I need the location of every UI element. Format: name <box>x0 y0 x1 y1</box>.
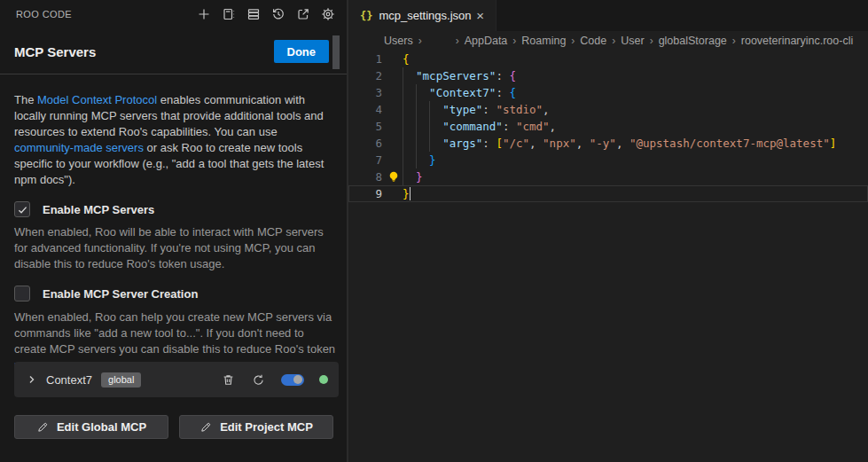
check-icon <box>17 204 28 215</box>
prompts-notebook-icon[interactable] <box>221 7 236 22</box>
done-button[interactable]: Done <box>274 40 330 63</box>
breadcrumb-separator-icon: › <box>571 35 575 47</box>
breadcrumb: Users››AppData›Roaming›Code›User›globalS… <box>348 31 868 51</box>
server-name: Context7 <box>46 373 92 387</box>
roo-code-panel: ROO CODE MCP Servers Done Th <box>0 0 347 462</box>
code-line[interactable]: 3 "Context7": { <box>348 84 868 101</box>
breadcrumb-item[interactable]: globalStorage <box>659 35 727 47</box>
breadcrumb-item[interactable]: Roaming <box>521 35 566 47</box>
status-dot <box>319 375 328 384</box>
lightbulb-icon[interactable] <box>387 170 400 184</box>
line-content: } <box>382 185 411 202</box>
panel-topbar: ROO CODE <box>0 0 347 28</box>
breadcrumb-item[interactable]: Code <box>580 35 606 47</box>
code-line[interactable]: 1{ <box>348 51 868 67</box>
line-number: 3 <box>348 84 382 101</box>
intro-segment: The <box>14 93 37 106</box>
code-line[interactable]: 2 "mcpServers": { <box>348 67 868 84</box>
breadcrumb-item[interactable]: User <box>621 35 644 47</box>
breadcrumb-item[interactable]: rooveterinaryinc.roo-cli <box>741 35 853 47</box>
editor-region: {} mcp_settings.json × Users››AppData›Ro… <box>348 0 868 462</box>
line-content: "mcpServers": { <box>382 67 516 84</box>
model-context-protocol-link[interactable]: Model Context Protocol <box>37 93 157 106</box>
button-label: Edit Global MCP <box>57 420 146 434</box>
panel-header: MCP Servers Done <box>14 35 329 67</box>
code-line[interactable]: 7 } <box>348 152 868 168</box>
breadcrumb-separator-icon: › <box>732 35 736 47</box>
tab-title: mcp_settings.json <box>379 9 471 22</box>
breadcrumb-separator-icon: › <box>456 35 459 47</box>
text-cursor <box>410 187 411 200</box>
trash-icon[interactable] <box>221 372 236 388</box>
line-number: 8 <box>348 168 382 185</box>
json-braces-icon: {} <box>360 10 372 22</box>
edit-project-mcp-button[interactable]: Edit Project MCP <box>179 415 333 439</box>
enable-mcp-creation-row: Enable MCP Server Creation <box>14 286 198 301</box>
line-content: "args": ["/c", "npx", "-y", "@upstash/co… <box>382 135 836 152</box>
enable-mcp-creation-label: Enable MCP Server Creation <box>43 287 198 301</box>
panel-title: ROO CODE <box>16 9 72 20</box>
button-label: Edit Project MCP <box>220 420 313 434</box>
chevron-right-icon[interactable] <box>25 372 39 387</box>
editor-tabbar: {} mcp_settings.json × <box>348 0 868 31</box>
line-number: 6 <box>348 135 382 152</box>
history-icon[interactable] <box>270 7 285 22</box>
line-number: 4 <box>348 101 382 118</box>
code-line[interactable]: 8 } <box>348 168 868 185</box>
tab-mcp-settings-json[interactable]: {} mcp_settings.json × <box>348 0 497 31</box>
breadcrumb-separator-icon: › <box>418 35 422 47</box>
line-number: 5 <box>348 118 382 135</box>
code-line[interactable]: 9} <box>348 185 868 202</box>
toggle-knob <box>293 375 302 384</box>
enable-mcp-servers-row: Enable MCP Servers <box>14 201 154 217</box>
edit-global-mcp-button[interactable]: Edit Global MCP <box>14 415 168 439</box>
server-scope-badge: global <box>101 372 141 388</box>
code-line[interactable]: 5 "command": "cmd", <box>348 118 868 135</box>
panel-toolbar <box>196 7 335 22</box>
header-divider <box>0 74 347 74</box>
line-number: 9 <box>348 185 382 202</box>
mcp-server-row-context7[interactable]: Context7 global <box>14 362 339 397</box>
code-line[interactable]: 4 "type": "stdio", <box>348 101 868 118</box>
line-content: "command": "cmd", <box>382 118 556 135</box>
breadcrumb-separator-icon: › <box>612 35 615 47</box>
code-editor[interactable]: 1{2 "mcpServers": {3 "Context7": {4 "typ… <box>348 51 868 202</box>
mcp-servers-icon[interactable] <box>246 7 261 22</box>
line-content: "type": "stdio", <box>382 101 550 118</box>
breadcrumb-separator-icon: › <box>650 35 653 47</box>
code-line[interactable]: 6 "args": ["/c", "npx", "-y", "@upstash/… <box>348 135 868 152</box>
enable-mcp-servers-label: Enable MCP Servers <box>43 203 154 216</box>
server-enabled-toggle[interactable] <box>281 374 304 386</box>
enable-mcp-servers-checkbox[interactable] <box>14 201 30 217</box>
edit-pencil-icon <box>199 421 212 434</box>
enable-mcp-creation-checkbox[interactable] <box>14 286 30 301</box>
breadcrumb-item[interactable]: Users <box>384 35 413 47</box>
line-content: } <box>382 152 436 168</box>
line-number: 2 <box>348 67 382 84</box>
breadcrumb-item[interactable]: AppData <box>465 35 508 47</box>
breadcrumb-separator-icon: › <box>512 35 516 47</box>
edit-pencil-icon <box>36 421 49 434</box>
community-made-servers-link[interactable]: community-made servers <box>14 141 144 154</box>
restart-icon[interactable] <box>251 372 266 388</box>
intro-text: The Model Context Protocol enables commu… <box>14 92 335 188</box>
open-external-icon[interactable] <box>295 7 310 22</box>
panel-scrollbar-thumb[interactable] <box>332 35 340 69</box>
line-number: 7 <box>348 152 382 168</box>
line-number: 1 <box>348 51 382 67</box>
line-content: { <box>382 51 410 67</box>
tab-close-icon[interactable]: × <box>473 8 487 23</box>
line-content: "Context7": { <box>382 84 516 101</box>
settings-gear-icon[interactable] <box>320 7 335 22</box>
mcp-edit-buttons: Edit Global MCP Edit Project MCP <box>14 415 333 439</box>
page-title: MCP Servers <box>14 44 96 59</box>
enable-mcp-servers-description: When enabled, Roo will be able to intera… <box>14 224 339 272</box>
add-icon[interactable] <box>196 7 211 22</box>
